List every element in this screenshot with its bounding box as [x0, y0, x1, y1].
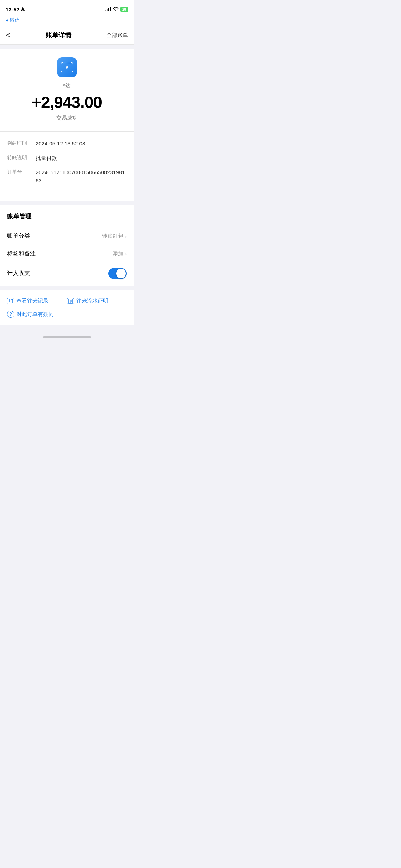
label-order-id: 订单号: [7, 169, 36, 175]
divider: [0, 131, 134, 132]
status-right-icons: 28: [105, 7, 128, 12]
label-transfer-note: 转账说明: [7, 154, 36, 161]
tags-notes-label: 标签和备注: [7, 250, 36, 258]
detail-row-note: 转账说明 批量付款: [7, 154, 127, 162]
bill-category-label: 账单分类: [7, 232, 30, 240]
actions-card: 查看往来记录 往来流水证明 ? 对此订单有疑问: [0, 290, 134, 325]
merchant-name: *达: [7, 82, 127, 89]
management-title: 账单管理: [7, 212, 127, 221]
view-history-button[interactable]: 查看往来记录: [7, 298, 67, 304]
question-icon: ?: [7, 311, 14, 318]
status-time: 13:52: [6, 6, 25, 12]
income-expense-label: 计入收支: [7, 270, 30, 277]
value-order-id: 20240512110070001506650023198163: [36, 169, 127, 185]
actions-row-1: 查看往来记录 往来流水证明: [7, 298, 127, 304]
pay-icon-inner: ¥: [61, 62, 73, 72]
detail-row-order: 订单号 20240512110070001506650023198163: [7, 169, 127, 185]
transaction-card: ¥ *达 +2,943.00 交易成功 创建时间 2024-05-12 13:5…: [0, 49, 134, 201]
svg-marker-0: [21, 7, 25, 11]
question-label: 对此订单有疑问: [16, 311, 54, 318]
back-button[interactable]: <: [6, 31, 10, 40]
label-created-time: 创建时间: [7, 140, 36, 146]
bill-category-row[interactable]: 账单分类 转账红包 ›: [7, 227, 127, 245]
svg-rect-5: [69, 299, 72, 304]
nav-bar: < 账单详情 全部账单: [0, 26, 134, 45]
value-created-time: 2024-05-12 13:52:08: [36, 140, 127, 148]
wifi-icon: [113, 7, 119, 12]
income-expense-row[interactable]: 计入收支: [7, 263, 127, 286]
time-display: 13:52: [6, 6, 19, 12]
page-title: 账单详情: [46, 31, 71, 40]
list-icon: [7, 298, 14, 304]
merchant-icon: ¥: [57, 57, 77, 77]
value-transfer-note: 批量付款: [36, 154, 127, 162]
chevron-icon-2: ›: [125, 251, 127, 257]
location-icon: [21, 7, 25, 11]
doc-icon: [67, 298, 74, 304]
management-card: 账单管理 账单分类 转账红包 › 标签和备注 添加 › 计入收支: [0, 205, 134, 286]
wechat-back-label[interactable]: ◂ 微信: [0, 16, 134, 26]
tags-notes-row[interactable]: 标签和备注 添加 ›: [7, 245, 127, 263]
home-indicator: [0, 329, 134, 342]
all-bills-button[interactable]: 全部账单: [107, 32, 128, 39]
view-history-label: 查看往来记录: [16, 298, 48, 304]
chevron-icon: ›: [125, 233, 127, 239]
home-bar: [43, 336, 91, 338]
flow-certificate-button[interactable]: 往来流水证明: [67, 298, 127, 304]
flow-certificate-label: 往来流水证明: [76, 298, 108, 304]
transaction-status: 交易成功: [7, 115, 127, 122]
signal-icon: [105, 7, 111, 11]
detail-row-time: 创建时间 2024-05-12 13:52:08: [7, 140, 127, 148]
status-bar: 13:52 28: [0, 0, 134, 16]
question-button[interactable]: ? 对此订单有疑问: [7, 311, 127, 318]
income-expense-toggle[interactable]: [108, 268, 127, 279]
battery-indicator: 28: [120, 7, 128, 12]
toggle-knob: [116, 269, 126, 278]
actions-row-2: ? 对此订单有疑问: [7, 311, 127, 318]
transaction-amount: +2,943.00: [7, 93, 127, 112]
bill-category-value: 转账红包 ›: [102, 233, 127, 239]
wechat-back-text: ◂ 微信: [6, 17, 20, 23]
svg-rect-4: [11, 299, 13, 303]
tags-notes-value: 添加 ›: [113, 250, 127, 257]
